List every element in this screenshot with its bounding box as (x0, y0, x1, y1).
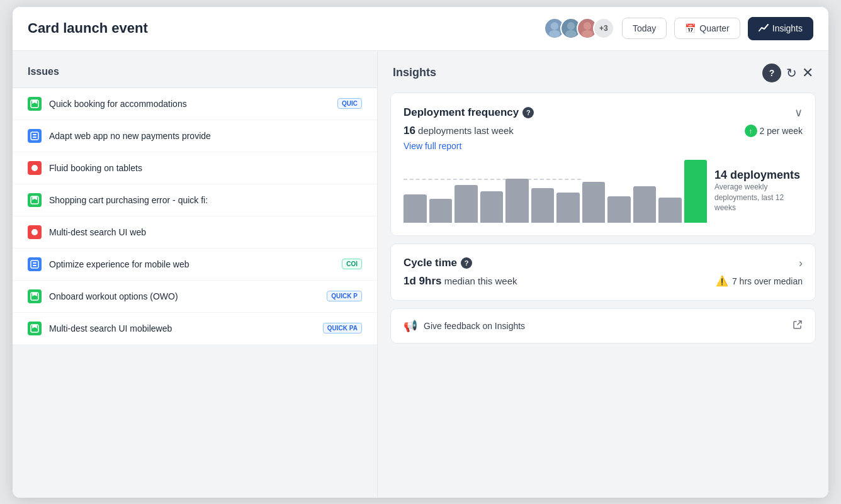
issue-title: Adapt web app no new payments provide (49, 131, 362, 141)
deployments-per-week: ↑ 2 per week (745, 125, 803, 137)
insights-panel-icons: ? ↻ ✕ (762, 64, 813, 82)
feedback-left: 📢 Give feedback on Insights (404, 319, 525, 333)
svg-point-5 (582, 30, 593, 38)
insights-close-button[interactable]: ✕ (802, 65, 813, 81)
issues-heading: Issues (13, 66, 377, 87)
insights-panel-header: Insights ? ↻ ✕ (390, 64, 816, 85)
insights-help-button[interactable]: ? (762, 64, 781, 82)
issue-item[interactable]: Multi-dest search UI mobilewebQUICK PA (13, 313, 377, 345)
header-actions: +3 Today 📅 Quarter Insights (544, 17, 813, 40)
deployment-bars (404, 160, 707, 223)
insights-chart-icon (759, 23, 769, 35)
chart-bar (658, 198, 682, 223)
chart-bar (607, 196, 631, 223)
issue-icon (28, 225, 42, 239)
chart-bar (531, 188, 555, 223)
chart-bar (582, 182, 606, 223)
today-button[interactable]: Today (622, 18, 667, 39)
issue-item[interactable]: Optimize experience for mobile webCOI (13, 249, 377, 281)
issue-item[interactable]: Onboard workout options (OWO)QUICK P (13, 281, 377, 313)
issue-title: Multi-dest search UI mobileweb (49, 323, 315, 333)
chart-bar (505, 179, 529, 223)
issue-icon (28, 322, 42, 335)
svg-point-3 (565, 30, 577, 38)
quarter-button[interactable]: 📅 Quarter (674, 18, 740, 39)
deployment-card-title: Deployment frequency ? (404, 106, 534, 119)
avatar-overflow-count: +3 (593, 18, 614, 39)
issue-badge: COI (342, 259, 362, 269)
issue-badge: QUIC (337, 98, 362, 109)
chart-bar (480, 191, 504, 223)
external-link-icon (793, 320, 803, 332)
cycle-time-value: 1d 9hrs median this week (404, 275, 517, 288)
deployment-frequency-card: Deployment frequency ? ∨ 16 deployments … (390, 92, 816, 236)
chart-bar (454, 185, 478, 223)
feedback-label: Give feedback on Insights (424, 321, 525, 331)
cycle-time-chevron-icon[interactable]: › (799, 257, 803, 270)
svg-point-12 (31, 229, 38, 235)
issue-icon (28, 289, 42, 303)
svg-rect-7 (31, 132, 38, 140)
issue-icon (28, 193, 42, 207)
svg-point-2 (567, 22, 575, 30)
svg-point-10 (31, 165, 38, 171)
avatar-group: +3 (544, 18, 614, 39)
chart-bar (684, 160, 708, 223)
cycle-time-help-icon[interactable]: ? (461, 257, 472, 269)
feedback-card[interactable]: 📢 Give feedback on Insights (390, 308, 816, 344)
svg-rect-14 (33, 262, 37, 264)
deployment-chart-area: 14 deployments Average weekly deployment… (404, 160, 803, 223)
cycle-time-card: Cycle time ? › 1d 9hrs median this week … (390, 244, 816, 301)
deployment-stats: 16 deployments last week ↑ 2 per week (404, 125, 803, 137)
issue-icon (28, 257, 42, 271)
issue-item[interactable]: Adapt web app no new payments provide (13, 120, 377, 152)
warning-icon: ⚠️ (716, 275, 728, 287)
issue-list: Quick booking for accommodationsQUICAdap… (13, 87, 377, 345)
page-title: Card launch event (28, 20, 148, 36)
issue-title: Onboard workout options (OWO) (49, 291, 319, 301)
svg-point-0 (551, 22, 558, 30)
megaphone-icon: 📢 (404, 319, 417, 333)
insights-button[interactable]: Insights (748, 17, 813, 40)
deployment-help-icon[interactable]: ? (522, 107, 534, 118)
issue-title: Multi-dest search UI web (49, 227, 362, 237)
svg-rect-15 (33, 265, 37, 266)
chart-bar (404, 194, 427, 223)
issue-item[interactable]: Multi-dest search UI web (13, 216, 377, 249)
issue-title: Shopping cart purchasing error - quick f… (49, 195, 362, 205)
chart-bar (556, 193, 580, 223)
issues-panel: Issues Quick booking for accommodationsQ… (13, 51, 378, 498)
svg-point-4 (584, 22, 591, 30)
app-window: Card launch event (13, 7, 828, 498)
chart-dashed-line (404, 179, 581, 180)
issue-title: Fluid booking on tablets (49, 163, 362, 173)
issue-title: Quick booking for accommodations (49, 99, 330, 109)
deployment-chevron-icon[interactable]: ∨ (794, 106, 803, 120)
svg-rect-9 (33, 137, 37, 138)
issue-badge: QUICK PA (323, 323, 362, 333)
cycle-time-card-header: Cycle time ? › (404, 257, 803, 270)
issue-badge: QUICK P (327, 291, 362, 301)
insights-panel-title: Insights (393, 66, 436, 79)
svg-point-1 (549, 30, 560, 38)
svg-rect-13 (31, 260, 38, 268)
insights-refresh-button[interactable]: ↻ (786, 65, 797, 81)
over-median: ⚠️ 7 hrs over median (716, 275, 803, 287)
header: Card launch event (13, 7, 828, 51)
deployment-card-header: Deployment frequency ? ∨ (404, 106, 803, 120)
view-full-report-link[interactable]: View full report (404, 141, 803, 151)
issue-icon (28, 161, 42, 175)
up-arrow-icon: ↑ (745, 125, 757, 137)
issue-icon (28, 129, 42, 143)
calendar-icon: 📅 (685, 23, 696, 33)
issue-item[interactable]: Quick booking for accommodationsQUIC (13, 88, 377, 120)
cycle-time-stats: 1d 9hrs median this week ⚠️ 7 hrs over m… (404, 275, 803, 288)
chart-bar (429, 199, 453, 223)
cycle-time-card-title: Cycle time ? (404, 257, 472, 269)
main-content: Issues Quick booking for accommodationsQ… (13, 51, 828, 498)
issue-item[interactable]: Shopping cart purchasing error - quick f… (13, 184, 377, 216)
deployments-count: 16 deployments last week (404, 125, 514, 137)
chart-bar (633, 186, 657, 223)
chart-info: 14 deployments Average weekly deployment… (714, 160, 803, 223)
issue-item[interactable]: Fluid booking on tablets (13, 152, 377, 184)
